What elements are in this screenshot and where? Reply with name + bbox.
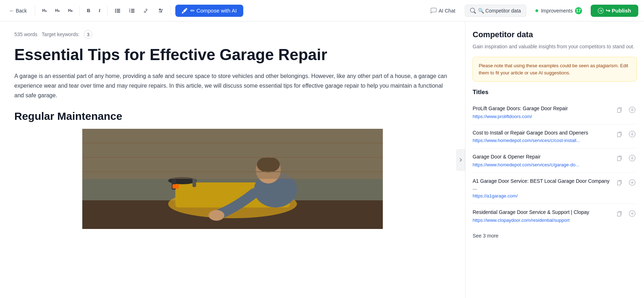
competitor-info: Cost to Install or Repair Garage Doors a… xyxy=(473,130,613,143)
ai-chat-label: AI Chat xyxy=(439,8,455,14)
competitor-item: Cost to Install or Repair Garage Doors a… xyxy=(473,124,637,149)
competitor-info: ProLift Garage Doors: Garage Door Repair… xyxy=(473,105,613,119)
back-label: ← Back xyxy=(9,8,27,14)
competitor-actions xyxy=(615,178,637,187)
svg-rect-6 xyxy=(131,9,135,10)
svg-rect-0 xyxy=(117,9,120,10)
article-image xyxy=(14,129,451,229)
copy-button[interactable] xyxy=(615,130,625,139)
unordered-list-button[interactable] xyxy=(112,6,123,16)
add-button[interactable] xyxy=(628,130,637,139)
sidebar-subtitle: Gain inspiration and valuable insights f… xyxy=(473,43,637,50)
competitor-info: A1 Garage Door Service: BEST Local Garag… xyxy=(473,178,613,199)
keyword-badge[interactable]: 3 xyxy=(84,30,92,39)
svg-point-4 xyxy=(115,10,116,11)
svg-rect-7 xyxy=(131,10,135,11)
back-button[interactable]: ← Back xyxy=(6,6,30,16)
ordered-list-button[interactable]: 123 xyxy=(126,6,138,16)
improvements-label: Improvements xyxy=(541,8,573,14)
editor-meta: 535 words Target keywords: 3 xyxy=(14,30,451,39)
competitor-name: Cost to Install or Repair Garage Doors a… xyxy=(473,130,613,137)
publish-button[interactable]: ↪ Publish xyxy=(591,5,638,17)
editor-wrapper: 535 words Target keywords: 3 Essential T… xyxy=(0,21,465,298)
svg-rect-19 xyxy=(192,178,196,187)
svg-rect-8 xyxy=(131,12,135,13)
add-button[interactable] xyxy=(628,153,637,163)
competitor-name: ProLift Garage Doors: Garage Door Repair xyxy=(473,105,613,112)
target-keywords-label: Target keywords: xyxy=(42,31,80,37)
competitor-name: Residential Garage Door Service & Suppor… xyxy=(473,209,613,216)
competitor-data-button[interactable]: 🔍 Competitor data xyxy=(465,5,527,17)
see-more-button[interactable]: See 3 more xyxy=(473,229,498,242)
compose-ai-button[interactable]: ✏ Compose with AI xyxy=(175,5,243,17)
italic-button[interactable]: I xyxy=(96,6,103,15)
competitor-url[interactable]: https://a1garage.com/ xyxy=(473,193,613,199)
svg-rect-1 xyxy=(117,10,120,11)
toolbar: ← Back H₁ H₂ H₃ B I 123 xyxy=(0,0,644,21)
copy-button[interactable] xyxy=(615,105,625,114)
article-intro[interactable]: A garage is an essential part of any hom… xyxy=(14,71,451,101)
copy-button[interactable] xyxy=(615,153,625,163)
titles-section-label: Titles xyxy=(473,89,637,96)
clear-format-button[interactable] xyxy=(155,6,166,16)
competitor-actions xyxy=(615,153,637,163)
svg-text:3: 3 xyxy=(129,11,130,13)
add-button[interactable] xyxy=(628,105,637,114)
link-button[interactable] xyxy=(141,6,152,16)
competitor-name: Garage Door & Opener Repair xyxy=(473,153,613,161)
word-count: 535 words xyxy=(14,31,38,37)
competitor-info: Garage Door & Opener Repair https://www.… xyxy=(473,153,613,167)
h1-button[interactable]: H₁ xyxy=(39,6,49,15)
copy-button[interactable] xyxy=(615,209,625,218)
improvements-count: 17 xyxy=(575,7,582,14)
h3-button[interactable]: H₃ xyxy=(65,6,75,15)
compose-ai-label: ✏ Compose with AI xyxy=(190,8,237,14)
competitor-item: ProLift Garage Doors: Garage Door Repair… xyxy=(473,100,637,124)
bold-button[interactable]: B xyxy=(84,6,93,15)
sidebar-title: Competitor data xyxy=(473,30,637,39)
svg-point-3 xyxy=(115,9,116,10)
competitor-url[interactable]: https://www.clopaydoor.com/residential/s… xyxy=(473,218,613,223)
publish-label: ↪ Publish xyxy=(606,8,631,14)
competitor-item: Garage Door & Opener Repair https://www.… xyxy=(473,148,637,173)
competitor-url[interactable]: https://www.proliftdoors.com/ xyxy=(473,114,613,119)
improvements-icon: ● xyxy=(535,7,539,14)
toolbar-right: AI Chat 🔍 Competitor data ● Improvements… xyxy=(426,4,638,17)
svg-point-5 xyxy=(115,11,116,13)
improvements-button[interactable]: ● Improvements 17 xyxy=(531,4,586,17)
add-button[interactable] xyxy=(628,209,637,218)
divider-3 xyxy=(107,6,108,16)
competitor-actions xyxy=(615,209,637,218)
competitor-actions xyxy=(615,105,637,114)
plagiarism-warning: Please note that using these examples co… xyxy=(473,57,637,82)
competitor-item: Residential Garage Door Service & Suppor… xyxy=(473,204,637,228)
competitor-actions xyxy=(615,130,637,139)
competitor-url[interactable]: https://www.homedepot.com/services/c/cos… xyxy=(473,138,613,143)
competitor-name: A1 Garage Door Service: BEST Local Garag… xyxy=(473,178,613,192)
divider-2 xyxy=(79,6,80,16)
svg-rect-20 xyxy=(172,184,179,189)
main-area: 535 words Target keywords: 3 Essential T… xyxy=(0,21,644,298)
sidebar: Competitor data Gain inspiration and val… xyxy=(465,21,644,298)
h2-button[interactable]: H₂ xyxy=(52,6,62,15)
collapse-toggle[interactable] xyxy=(457,149,465,171)
article-title[interactable]: Essential Tips for Effective Garage Repa… xyxy=(14,46,451,64)
toolbar-left: ← Back H₁ H₂ H₃ B I 123 xyxy=(6,5,423,17)
divider-4 xyxy=(171,6,171,16)
competitor-url[interactable]: https://www.homedepot.com/services/c/gar… xyxy=(473,162,613,167)
add-button[interactable] xyxy=(628,178,637,187)
article-h2[interactable]: Regular Maintenance xyxy=(14,110,451,122)
ai-chat-button[interactable]: AI Chat xyxy=(426,5,460,16)
svg-rect-2 xyxy=(117,12,120,13)
divider-1 xyxy=(35,6,35,16)
competitor-info: Residential Garage Door Service & Suppor… xyxy=(473,209,613,223)
copy-button[interactable] xyxy=(615,178,625,187)
svg-point-24 xyxy=(209,210,224,221)
editor-panel: 535 words Target keywords: 3 Essential T… xyxy=(0,21,465,298)
competitor-data-label: 🔍 Competitor data xyxy=(478,8,521,14)
competitor-item: A1 Garage Door Service: BEST Local Garag… xyxy=(473,173,637,204)
